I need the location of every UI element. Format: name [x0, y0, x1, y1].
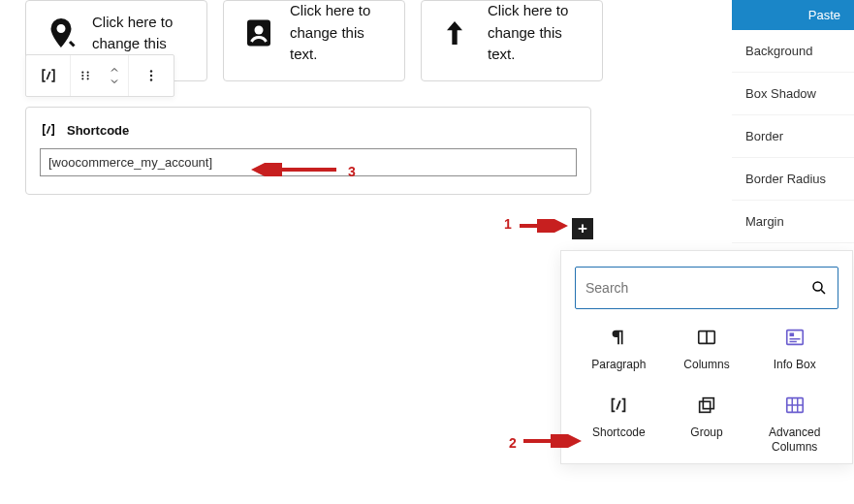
- chevron-up-icon[interactable]: [108, 64, 121, 76]
- svg-point-11: [813, 282, 822, 291]
- feature-text: Click here to change this: [92, 12, 189, 55]
- feature-text: Click here to change this text.: [290, 0, 387, 66]
- sidebar-item-background[interactable]: Background: [732, 30, 854, 73]
- svg-point-4: [81, 78, 83, 79]
- location-pin-icon: [44, 16, 79, 50]
- columns-icon: [696, 327, 717, 348]
- feature-text: Click here to change this text.: [488, 0, 585, 66]
- more-options-button[interactable]: [129, 55, 174, 96]
- block-advanced-columns[interactable]: Advanced Columns: [750, 394, 838, 456]
- advanced-columns-icon: [784, 394, 806, 416]
- annotation-arrow-1: [520, 219, 572, 233]
- sidebar-item-border-radius[interactable]: Border Radius: [732, 158, 854, 201]
- block-group[interactable]: Group: [663, 394, 751, 456]
- shortcode-block[interactable]: Shortcode: [25, 107, 591, 195]
- paragraph-icon: [608, 327, 629, 348]
- search-field-wrap[interactable]: [575, 267, 838, 309]
- shortcode-label: Shortcode: [67, 123, 129, 138]
- search-icon: [810, 279, 828, 297]
- svg-point-7: [87, 78, 89, 79]
- info-box-icon: [784, 327, 806, 348]
- svg-rect-15: [700, 401, 711, 412]
- block-columns[interactable]: Columns: [663, 327, 751, 373]
- block-type-button[interactable]: [26, 55, 71, 96]
- sidebar-item-border[interactable]: Border: [732, 115, 854, 158]
- contact-card-icon: [241, 16, 276, 50]
- shortcode-icon: [608, 394, 629, 416]
- settings-sidebar: Paste Background Box Shadow Border Borde…: [732, 0, 854, 243]
- svg-point-1: [255, 26, 264, 35]
- block-toolbar: [25, 54, 174, 97]
- group-icon: [696, 394, 717, 416]
- feature-box[interactable]: Click here to change this text.: [223, 0, 405, 81]
- svg-point-9: [150, 75, 152, 77]
- block-shortcode[interactable]: Shortcode: [575, 394, 663, 456]
- annotation-label-1: 1: [504, 216, 512, 232]
- drag-handle[interactable]: [71, 55, 100, 96]
- sidebar-item-box-shadow[interactable]: Box Shadow: [732, 73, 854, 115]
- paste-button[interactable]: Paste: [732, 0, 854, 30]
- annotation-label-2: 2: [509, 435, 517, 451]
- feature-box[interactable]: Click here to change this text.: [421, 0, 603, 81]
- block-info-box[interactable]: Info Box: [750, 327, 838, 373]
- svg-point-2: [81, 72, 83, 74]
- sidebar-item-margin[interactable]: Margin: [732, 201, 854, 243]
- shortcode-icon: [40, 121, 57, 139]
- add-block-button[interactable]: +: [572, 218, 593, 239]
- shortcode-input[interactable]: [40, 148, 577, 176]
- chevron-down-icon[interactable]: [108, 76, 121, 87]
- arrow-up-icon: [439, 16, 474, 50]
- svg-rect-14: [789, 332, 794, 336]
- svg-point-6: [87, 75, 89, 77]
- svg-rect-16: [703, 397, 713, 408]
- svg-point-8: [150, 70, 152, 72]
- move-buttons[interactable]: [100, 55, 129, 96]
- svg-point-5: [87, 72, 89, 74]
- svg-point-3: [81, 75, 83, 77]
- svg-point-10: [150, 79, 152, 80]
- block-paragraph[interactable]: Paragraph: [575, 327, 663, 373]
- block-inserter: Paragraph Columns Info Box Shortcode Gro…: [560, 250, 853, 464]
- search-input[interactable]: [585, 280, 810, 296]
